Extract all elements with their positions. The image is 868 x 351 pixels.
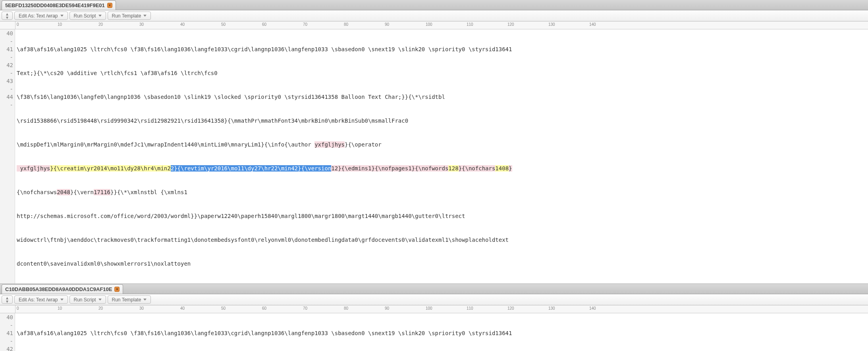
run-script-button[interactable]: Run Script [69,295,106,304]
chevron-down-icon [60,299,64,301]
top-editor-pane: 5EBFD13250DD0408E3DE594E419F9E01 ▴▾ Edit… [0,0,868,284]
updown-icon: ▴▾ [6,296,8,303]
run-template-button[interactable]: Run Template [108,12,151,20]
ruler-top: 0102030405060708090100110120130140 [0,21,868,29]
tab-bar: C10DABB05A38EDD8A9A0DDDA1C9AF10E [0,284,868,294]
close-icon[interactable] [107,3,112,8]
chevron-down-icon [60,15,64,17]
editor-bottom[interactable]: 40-41-42-43-44- \af38\afs16\alang1025 \l… [0,313,868,351]
edit-as-button[interactable]: Edit As: Text /wrap [14,295,68,304]
bottom-editor-pane: C10DABB05A38EDD8A9A0DDDA1C9AF10E ▴▾ Edit… [0,284,868,351]
run-script-button[interactable]: Run Script [69,12,106,20]
updown-icon: ▴▾ [6,12,8,19]
tab-title: 5EBFD13250DD0408E3DE594E419F9E01 [5,2,105,8]
tab-file-top[interactable]: 5EBFD13250DD0408E3DE594E419F9E01 [2,0,116,10]
edit-as-button[interactable]: Edit As: Text /wrap [14,12,68,20]
tab-file-bottom[interactable]: C10DABB05A38EDD8A9A0DDDA1C9AF10E [2,284,123,294]
chevron-down-icon [143,15,147,17]
chevron-down-icon [143,299,147,301]
editor-top[interactable]: 40-41-42-43-44- \af38\afs16\alang1025 \l… [0,29,868,284]
tab-bar: 5EBFD13250DD0408E3DE594E419F9E01 [0,0,868,10]
toolbar-top: ▴▾ Edit As: Text /wrap Run Script Run Te… [0,10,868,21]
collapse-toggle-button[interactable]: ▴▾ [2,295,13,304]
code-area[interactable]: \af38\afs16\alang1025 \ltrch\fcs0 \f38\f… [15,29,868,284]
collapse-toggle-button[interactable]: ▴▾ [2,12,13,20]
tab-title: C10DABB05A38EDD8A9A0DDDA1C9AF10E [5,286,112,292]
close-icon[interactable] [114,287,120,292]
line-gutter: 40-41-42-43-44- [0,313,15,351]
run-template-button[interactable]: Run Template [108,295,151,304]
chevron-down-icon [98,15,102,17]
ruler-bottom: 0102030405060708090100110120130140 [0,305,868,313]
code-area[interactable]: \af38\afs16\alang1025 \ltrch\fcs0 \f38\f… [15,313,868,351]
line-gutter: 40-41-42-43-44- [0,29,15,284]
toolbar-bottom: ▴▾ Edit As: Text /wrap Run Script Run Te… [0,294,868,305]
chevron-down-icon [98,299,102,301]
